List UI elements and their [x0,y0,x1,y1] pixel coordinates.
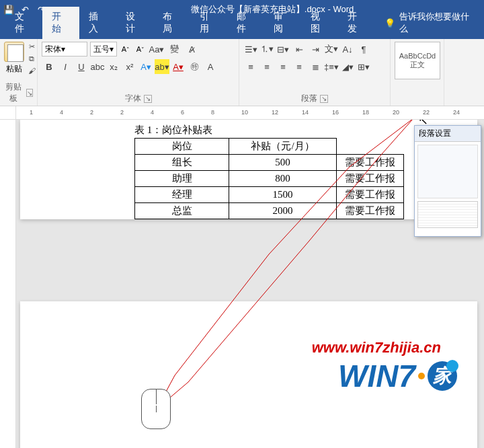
bullets-button[interactable]: ☰▾ [243,42,258,57]
text-direction-button[interactable]: 文▾ [324,42,339,57]
shading-button[interactable]: ◢▾ [340,59,355,74]
line-spacing-button[interactable]: ‡≡▾ [324,59,339,74]
table-row[interactable]: 经理1500需要工作报 [135,187,404,203]
font-group-label: 字体 [125,93,141,104]
font-size-combo[interactable]: 五号 ▾ [90,42,117,57]
table-row[interactable]: 组长500需要工作报 [135,155,404,171]
lightbulb-icon: 💡 [385,18,395,28]
enclose-char-button[interactable]: ㊕ [187,59,202,74]
font-launcher-icon[interactable]: ↘ [144,95,152,103]
table-cell[interactable]: 组长 [135,155,229,171]
ruler-scale: 14224681012141618202224 [16,106,484,119]
highlight-button[interactable]: ab▾ [155,59,169,74]
ruler-tick: 16 [332,109,339,116]
popup-title: 段落设置 [415,126,481,142]
table-row[interactable]: 助理800需要工作报 [135,171,404,187]
page-1[interactable]: 表 1：岗位补贴表 岗位 补贴（元/月） 备注 组长500需要工作报助理800需… [20,120,477,219]
superscript-button[interactable]: x² [122,59,137,74]
ruler-tick: 14 [302,109,309,116]
tab-references[interactable]: 引用 [190,7,227,39]
table-cell[interactable]: 经理 [135,187,229,203]
paste-button[interactable]: 粘贴 [4,42,24,75]
ruler-tick: 4 [60,109,63,116]
group-clipboard: 粘贴 ✂ ⧉ 🖌 剪贴板 ↘ [0,39,38,106]
ribbon: 粘贴 ✂ ⧉ 🖌 剪贴板 ↘ 宋体 ▾ 五号 ▾ A˄ A˅ Aa▾ 變 A̷ … [0,39,484,106]
tab-review[interactable]: 审阅 [264,7,301,39]
clear-format-button[interactable]: A̷ [184,42,199,57]
sort-button[interactable]: A↓ [340,42,355,57]
watermark-url: www.win7zhijia.cn [312,339,441,357]
subscript-button[interactable]: x₂ [106,59,121,74]
table-cell[interactable]: 总监 [135,203,229,219]
style-normal[interactable]: AaBbCcDd 正文 [395,42,440,79]
table-row[interactable]: 总监2000需要工作报 [135,203,404,219]
shrink-font-button[interactable]: A˅ [134,42,147,56]
ruler-tick: 1 [30,109,33,116]
table-cell[interactable]: 需要工作报 [337,187,404,203]
table-header-row: 岗位 补贴（元/月） 备注 [135,139,404,155]
document-area: 表 1：岗位补贴表 岗位 补贴（元/月） 备注 组长500需要工作报助理800需… [0,120,484,448]
group-styles: AaBbCcDd 正文 [391,39,444,106]
popup-body [415,142,481,236]
decrease-indent-button[interactable]: ⇤ [292,42,307,57]
cut-icon[interactable]: ✂ [27,42,36,51]
paragraph-launcher-icon[interactable]: ↘ [320,95,328,103]
table-cell[interactable]: 1500 [229,187,337,203]
clipboard-group-label: 剪贴板 [4,81,24,104]
horizontal-ruler[interactable]: 14224681012141618202224 [0,106,484,120]
paste-label: 粘贴 [6,63,22,75]
align-center-button[interactable]: ≡ [259,59,274,74]
col-header-position: 岗位 [135,139,229,155]
table-cell[interactable]: 800 [229,171,337,187]
justify-button[interactable]: ≡ [292,59,307,74]
multilevel-button[interactable]: ⊟▾ [276,42,290,57]
logo-dot-icon [418,373,425,379]
paragraph-settings-popup[interactable]: 段落设置 [414,125,481,237]
paste-icon [4,42,24,62]
tell-me-box[interactable]: 💡 告诉我你想要做什么 [375,7,484,39]
italic-button[interactable]: I [58,59,73,74]
font-name-combo[interactable]: 宋体 ▾ [42,42,87,57]
ruler-tick: 18 [362,109,369,116]
tab-insert[interactable]: 插入 [79,7,116,39]
popup-preview [417,201,478,228]
tab-file[interactable]: 文件 [5,7,42,39]
table-cell[interactable]: 需要工作报 [337,203,404,219]
char-border-button[interactable]: A [203,59,218,74]
tab-mailings[interactable]: 邮件 [227,7,264,39]
copy-icon[interactable]: ⧉ [27,54,36,63]
text-effects-button[interactable]: A▾ [138,59,153,74]
phonetic-button[interactable]: 變 [167,42,182,57]
tab-view[interactable]: 视图 [301,7,338,39]
vertical-ruler[interactable] [0,120,16,448]
col-header-allowance: 补贴（元/月） [229,139,337,155]
ruler-tick: 12 [272,109,278,116]
change-case-button[interactable]: Aa▾ [149,42,164,57]
distribute-button[interactable]: ≣ [308,59,323,74]
tab-layout[interactable]: 布局 [153,7,190,39]
font-color-button[interactable]: A▾ [171,59,186,74]
ruler-tick: 20 [393,109,399,116]
align-right-button[interactable]: ≡ [276,59,290,74]
tab-addin[interactable]: 开发 [338,7,375,39]
tab-design[interactable]: 设计 [116,7,153,39]
ruler-tick: 4 [151,109,154,116]
show-marks-button[interactable]: ¶ [356,42,371,57]
table-cell[interactable]: 需要工作报 [337,171,404,187]
table-cell[interactable]: 助理 [135,171,229,187]
numbering-button[interactable]: ⒈▾ [259,42,274,57]
align-left-button[interactable]: ≡ [243,59,258,74]
bold-button[interactable]: B [42,59,56,74]
strikethrough-button[interactable]: abc [90,59,105,74]
grow-font-button[interactable]: A˄ [120,42,132,56]
borders-button[interactable]: ⊞▾ [356,59,371,74]
table-cell[interactable]: 2000 [229,203,337,219]
table-cell[interactable]: 500 [229,155,337,171]
underline-button[interactable]: U [74,59,89,74]
format-painter-icon[interactable]: 🖌 [27,66,36,75]
tab-home[interactable]: 开始 [42,7,79,39]
clipboard-launcher-icon[interactable]: ↘ [26,89,33,97]
increase-indent-button[interactable]: ⇥ [308,42,323,57]
table-cell[interactable]: 需要工作报 [337,155,404,171]
allowance-table[interactable]: 岗位 补贴（元/月） 备注 组长500需要工作报助理800需要工作报经理1500… [134,138,404,219]
